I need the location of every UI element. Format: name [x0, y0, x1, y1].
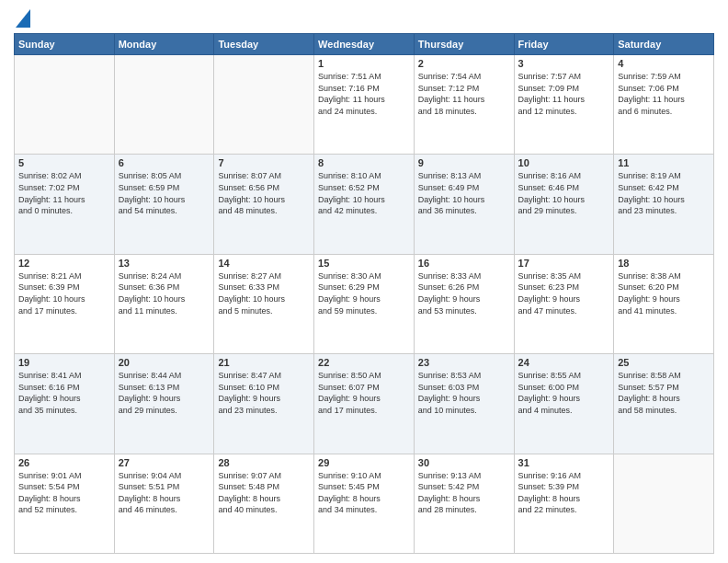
day-number: 15	[318, 258, 410, 269]
header	[14, 9, 714, 28]
day-of-week-header: Sunday	[15, 34, 115, 55]
calendar-cell	[114, 55, 214, 155]
day-number: 29	[318, 457, 410, 468]
day-info: Sunrise: 8:47 AM Sunset: 6:10 PM Dayligh…	[218, 370, 310, 416]
page: SundayMondayTuesdayWednesdayThursdayFrid…	[0, 0, 728, 563]
day-of-week-header: Wednesday	[314, 34, 415, 55]
day-number: 19	[18, 357, 110, 368]
day-number: 2	[418, 58, 510, 69]
day-number: 7	[218, 157, 310, 168]
day-info: Sunrise: 9:10 AM Sunset: 5:45 PM Dayligh…	[318, 470, 410, 516]
day-info: Sunrise: 8:27 AM Sunset: 6:33 PM Dayligh…	[218, 270, 310, 316]
calendar-cell: 26Sunrise: 9:01 AM Sunset: 5:54 PM Dayli…	[15, 454, 115, 553]
day-info: Sunrise: 8:19 AM Sunset: 6:42 PM Dayligh…	[618, 170, 710, 216]
day-info: Sunrise: 8:16 AM Sunset: 6:46 PM Dayligh…	[518, 170, 610, 216]
day-info: Sunrise: 7:54 AM Sunset: 7:12 PM Dayligh…	[418, 71, 510, 117]
day-number: 25	[618, 357, 710, 368]
day-info: Sunrise: 8:13 AM Sunset: 6:49 PM Dayligh…	[418, 170, 510, 216]
logo-triangle-icon	[16, 9, 30, 28]
day-info: Sunrise: 8:38 AM Sunset: 6:20 PM Dayligh…	[618, 270, 710, 316]
day-info: Sunrise: 8:53 AM Sunset: 6:03 PM Dayligh…	[418, 370, 510, 416]
day-of-week-header: Saturday	[614, 34, 714, 55]
day-number: 13	[119, 258, 210, 269]
day-number: 28	[218, 457, 310, 468]
calendar-cell: 28Sunrise: 9:07 AM Sunset: 5:48 PM Dayli…	[214, 454, 314, 553]
calendar-week-row: 26Sunrise: 9:01 AM Sunset: 5:54 PM Dayli…	[15, 454, 714, 553]
day-info: Sunrise: 8:33 AM Sunset: 6:26 PM Dayligh…	[418, 270, 510, 316]
day-number: 27	[119, 457, 210, 468]
day-info: Sunrise: 8:41 AM Sunset: 6:16 PM Dayligh…	[18, 370, 110, 416]
calendar-cell: 4Sunrise: 7:59 AM Sunset: 7:06 PM Daylig…	[614, 55, 714, 155]
calendar-cell: 7Sunrise: 8:07 AM Sunset: 6:56 PM Daylig…	[214, 155, 314, 254]
day-info: Sunrise: 8:10 AM Sunset: 6:52 PM Dayligh…	[318, 170, 410, 216]
day-info: Sunrise: 8:05 AM Sunset: 6:59 PM Dayligh…	[119, 170, 210, 216]
day-of-week-header: Monday	[114, 34, 214, 55]
day-info: Sunrise: 7:57 AM Sunset: 7:09 PM Dayligh…	[518, 71, 610, 117]
day-number: 20	[119, 357, 210, 368]
day-info: Sunrise: 8:55 AM Sunset: 6:00 PM Dayligh…	[518, 370, 610, 416]
day-info: Sunrise: 9:13 AM Sunset: 5:42 PM Dayligh…	[418, 470, 510, 516]
calendar-week-row: 5Sunrise: 8:02 AM Sunset: 7:02 PM Daylig…	[15, 155, 714, 254]
day-info: Sunrise: 9:04 AM Sunset: 5:51 PM Dayligh…	[119, 470, 210, 516]
day-number: 11	[618, 157, 710, 168]
day-number: 5	[18, 157, 110, 168]
calendar-cell: 17Sunrise: 8:35 AM Sunset: 6:23 PM Dayli…	[514, 254, 614, 353]
day-info: Sunrise: 8:44 AM Sunset: 6:13 PM Dayligh…	[119, 370, 210, 416]
day-info: Sunrise: 8:50 AM Sunset: 6:07 PM Dayligh…	[318, 370, 410, 416]
day-of-week-header: Tuesday	[214, 34, 314, 55]
calendar-header-row: SundayMondayTuesdayWednesdayThursdayFrid…	[15, 34, 714, 55]
day-number: 8	[318, 157, 410, 168]
day-number: 14	[218, 258, 310, 269]
day-info: Sunrise: 8:07 AM Sunset: 6:56 PM Dayligh…	[218, 170, 310, 216]
day-info: Sunrise: 8:58 AM Sunset: 5:57 PM Dayligh…	[618, 370, 710, 416]
day-number: 1	[318, 58, 410, 69]
day-number: 12	[18, 258, 110, 269]
calendar-cell: 30Sunrise: 9:13 AM Sunset: 5:42 PM Dayli…	[414, 454, 514, 553]
calendar-cell: 29Sunrise: 9:10 AM Sunset: 5:45 PM Dayli…	[314, 454, 415, 553]
calendar-cell: 18Sunrise: 8:38 AM Sunset: 6:20 PM Dayli…	[614, 254, 714, 353]
day-info: Sunrise: 8:24 AM Sunset: 6:36 PM Dayligh…	[119, 270, 210, 316]
calendar-cell	[214, 55, 314, 155]
calendar-week-row: 1Sunrise: 7:51 AM Sunset: 7:16 PM Daylig…	[15, 55, 714, 155]
svg-marker-0	[16, 9, 30, 28]
day-number: 21	[218, 357, 310, 368]
day-of-week-header: Friday	[514, 34, 614, 55]
day-number: 6	[119, 157, 210, 168]
calendar-cell: 23Sunrise: 8:53 AM Sunset: 6:03 PM Dayli…	[414, 354, 514, 454]
day-info: Sunrise: 8:30 AM Sunset: 6:29 PM Dayligh…	[318, 270, 410, 316]
day-info: Sunrise: 8:02 AM Sunset: 7:02 PM Dayligh…	[18, 170, 110, 216]
day-number: 31	[518, 457, 610, 468]
calendar-week-row: 19Sunrise: 8:41 AM Sunset: 6:16 PM Dayli…	[15, 354, 714, 454]
calendar-cell: 5Sunrise: 8:02 AM Sunset: 7:02 PM Daylig…	[15, 155, 115, 254]
calendar-cell: 11Sunrise: 8:19 AM Sunset: 6:42 PM Dayli…	[614, 155, 714, 254]
day-info: Sunrise: 7:51 AM Sunset: 7:16 PM Dayligh…	[318, 71, 410, 117]
day-number: 17	[518, 258, 610, 269]
day-number: 18	[618, 258, 710, 269]
calendar-cell: 22Sunrise: 8:50 AM Sunset: 6:07 PM Dayli…	[314, 354, 415, 454]
day-info: Sunrise: 9:16 AM Sunset: 5:39 PM Dayligh…	[518, 470, 610, 516]
calendar-cell: 12Sunrise: 8:21 AM Sunset: 6:39 PM Dayli…	[15, 254, 115, 353]
calendar-cell: 27Sunrise: 9:04 AM Sunset: 5:51 PM Dayli…	[114, 454, 214, 553]
calendar-cell: 1Sunrise: 7:51 AM Sunset: 7:16 PM Daylig…	[314, 55, 415, 155]
day-number: 16	[418, 258, 510, 269]
calendar-week-row: 12Sunrise: 8:21 AM Sunset: 6:39 PM Dayli…	[15, 254, 714, 353]
calendar-cell: 21Sunrise: 8:47 AM Sunset: 6:10 PM Dayli…	[214, 354, 314, 454]
calendar-cell	[614, 454, 714, 553]
day-of-week-header: Thursday	[414, 34, 514, 55]
calendar-cell: 14Sunrise: 8:27 AM Sunset: 6:33 PM Dayli…	[214, 254, 314, 353]
logo	[14, 9, 30, 28]
calendar-cell: 20Sunrise: 8:44 AM Sunset: 6:13 PM Dayli…	[114, 354, 214, 454]
day-info: Sunrise: 9:01 AM Sunset: 5:54 PM Dayligh…	[18, 470, 110, 516]
calendar-cell: 6Sunrise: 8:05 AM Sunset: 6:59 PM Daylig…	[114, 155, 214, 254]
calendar-cell: 10Sunrise: 8:16 AM Sunset: 6:46 PM Dayli…	[514, 155, 614, 254]
calendar-cell: 19Sunrise: 8:41 AM Sunset: 6:16 PM Dayli…	[15, 354, 115, 454]
day-info: Sunrise: 7:59 AM Sunset: 7:06 PM Dayligh…	[618, 71, 710, 117]
calendar-cell: 8Sunrise: 8:10 AM Sunset: 6:52 PM Daylig…	[314, 155, 415, 254]
calendar-cell: 2Sunrise: 7:54 AM Sunset: 7:12 PM Daylig…	[414, 55, 514, 155]
calendar-cell: 25Sunrise: 8:58 AM Sunset: 5:57 PM Dayli…	[614, 354, 714, 454]
day-number: 4	[618, 58, 710, 69]
day-number: 30	[418, 457, 510, 468]
day-number: 3	[518, 58, 610, 69]
calendar-cell: 16Sunrise: 8:33 AM Sunset: 6:26 PM Dayli…	[414, 254, 514, 353]
day-info: Sunrise: 9:07 AM Sunset: 5:48 PM Dayligh…	[218, 470, 310, 516]
